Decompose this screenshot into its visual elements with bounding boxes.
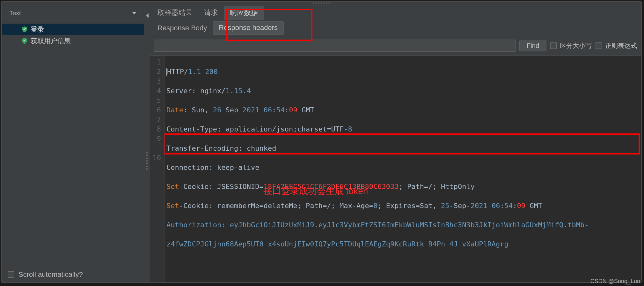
tree-item-label: 登录	[31, 25, 44, 34]
code-text: Server: nginx/	[166, 87, 225, 95]
tab-request[interactable]: 请求	[198, 6, 224, 20]
scroll-auto-checkbox[interactable]	[8, 271, 14, 278]
case-sensitive-label: 区分大小写	[560, 41, 592, 50]
right-panel: 取样器结果 请求 响应数据 Response Body Response hea…	[150, 4, 641, 282]
code-content[interactable]: HTTP/1.1 200 Server: nginx/1.15.4 Date: …	[165, 56, 641, 282]
shield-check-icon	[21, 26, 28, 33]
scroll-auto-label: Scroll automatically?	[18, 270, 83, 279]
line-gutter: 1 2 3 4 5 6 7 8 9 10	[150, 56, 165, 282]
collapse-left-icon[interactable]	[146, 13, 149, 18]
case-sensitive-checkbox[interactable]	[550, 42, 557, 49]
annotation-text: 接口登录成功会生成 token	[263, 186, 368, 196]
left-panel: Text 登录 获取用户信息	[2, 4, 144, 282]
results-tree[interactable]: 登录 获取用户信息	[2, 22, 144, 268]
regex-checkbox[interactable]	[596, 42, 602, 49]
response-headers-editor[interactable]: 1 2 3 4 5 6 7 8 9 10 HTTP/1.1 200 Server…	[150, 55, 641, 282]
search-row: Find 区分大小写 正则表达式	[150, 36, 641, 55]
find-button[interactable]: Find	[519, 40, 546, 51]
tabs-top: 取样器结果 请求 响应数据	[150, 4, 641, 20]
tree-item-label: 获取用户信息	[31, 36, 71, 45]
renderer-dropdown[interactable]: Text	[6, 7, 140, 19]
renderer-dropdown-value: Text	[9, 10, 132, 17]
tabs-sub: Response Body Response headers	[150, 20, 641, 36]
tab-response-headers[interactable]: Response headers	[213, 21, 284, 35]
chevron-down-icon	[132, 12, 136, 14]
tree-item-login[interactable]: 登录	[2, 24, 144, 35]
tab-sampler-result[interactable]: 取样器结果	[152, 6, 198, 20]
tree-item-userinfo[interactable]: 获取用户信息	[2, 35, 144, 47]
splitter-grip	[146, 152, 148, 171]
vertical-splitter[interactable]	[144, 4, 150, 282]
watermark: CSDN @Song_Lun	[590, 278, 640, 285]
shield-check-icon	[21, 37, 28, 45]
tab-response-data[interactable]: 响应数据	[224, 6, 264, 20]
code-text: 1.1 200	[188, 68, 218, 76]
code-text: HTTP/	[167, 68, 188, 76]
search-input[interactable]	[154, 40, 516, 52]
regex-label: 正则表达式	[605, 41, 637, 50]
code-text: 1.15.4	[225, 87, 251, 95]
tab-response-body[interactable]: Response Body	[152, 22, 213, 35]
